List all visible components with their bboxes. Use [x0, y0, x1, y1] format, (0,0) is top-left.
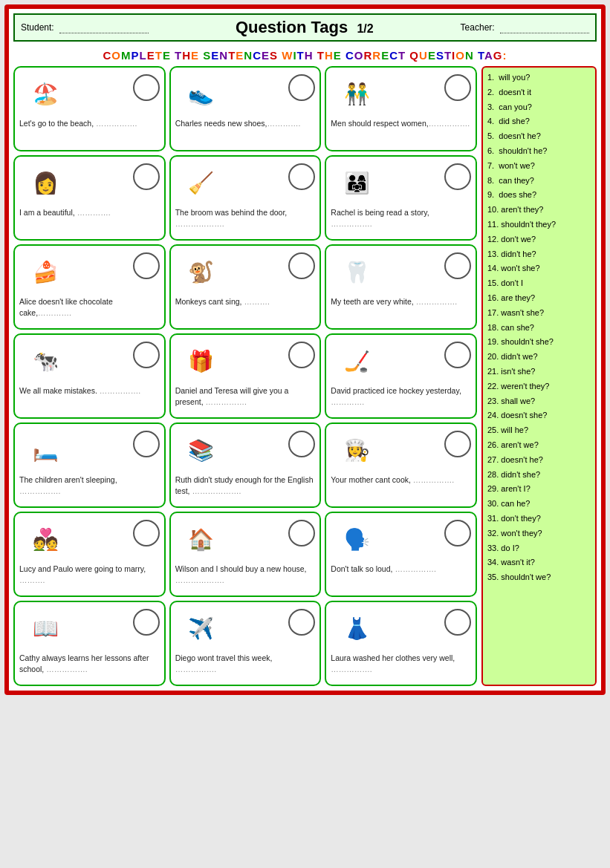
instruction-bar: COMPLETE THE SENTENCES WITH THE CORRECT … [13, 46, 597, 66]
card-17-circle[interactable] [288, 520, 315, 546]
card-15-circle[interactable] [444, 431, 471, 457]
card-13-text: The children aren't sleeping, ……………. [19, 474, 160, 496]
card-1-icon: 🏖️ [19, 71, 71, 116]
card-16: 💑 Lucy and Paulo were going to marry, ……… [13, 512, 166, 597]
card-14: 📚 Ruth didn't study enough for the Engli… [169, 422, 322, 508]
card-16-circle[interactable] [133, 520, 160, 546]
card-5-circle[interactable] [288, 163, 315, 190]
title-section: Question Tags 1/2 [236, 18, 374, 37]
card-1-circle[interactable] [133, 74, 160, 101]
card-19: 📖 Cathy always learns her lessons after … [13, 601, 166, 686]
card-20-text: Diego wont travel this week, ……………. [175, 653, 316, 674]
answer-22: 22. weren't they? [487, 379, 591, 394]
card-7-circle[interactable] [133, 252, 160, 279]
answer-6: 6. shouldn't he? [487, 144, 591, 159]
card-11-text: Daniel and Teresa will give you a presen… [175, 385, 316, 407]
card-6-top: 👨‍👩‍👧 [331, 160, 471, 205]
instr-w4: H [305, 49, 314, 62]
answer-32: 32. won't they? [487, 526, 591, 541]
teacher-dotline [500, 22, 589, 33]
instr-q2: U [419, 49, 428, 62]
answer-30: 30. can he? [487, 497, 591, 512]
instr-s1: S [203, 49, 211, 62]
instr-c8: E [163, 49, 171, 62]
card-10: 🐄 We all make mistakes. ……………. [13, 333, 166, 419]
answer-1: 1. will you? [487, 71, 591, 85]
answer-25: 25. will he? [487, 423, 591, 438]
instr-s9: S [270, 49, 278, 62]
answer-21: 21. isn't she? [487, 365, 591, 379]
card-21-circle[interactable] [444, 609, 471, 636]
card-14-circle[interactable] [288, 431, 315, 457]
instr-cor3: R [363, 49, 372, 62]
card-13-circle[interactable] [133, 431, 160, 457]
card-19-circle[interactable] [133, 609, 160, 636]
instr-q4: S [436, 49, 444, 62]
instr-q5: T [444, 49, 452, 62]
answer-14: 14. won't she? [487, 261, 591, 276]
card-9-circle[interactable] [444, 252, 471, 279]
card-4-circle[interactable] [133, 163, 160, 190]
instr-w3: T [297, 49, 305, 62]
teacher-label: Teacher: [461, 22, 495, 33]
card-2-circle[interactable] [288, 74, 315, 101]
card-10-circle[interactable] [133, 342, 160, 368]
answer-3: 3. can you? [487, 100, 591, 115]
card-15-text: Your mother cant cook, ……………. [331, 474, 454, 486]
card-8-circle[interactable] [288, 252, 315, 279]
answer-5: 5. doesn't he? [487, 129, 591, 144]
card-8-text: Monkeys cant sing, ………. [175, 296, 270, 307]
card-6-circle[interactable] [444, 163, 471, 190]
card-12: 🏒 David practiced ice hockey yesterday, … [325, 333, 477, 419]
instr-s3: N [219, 49, 228, 62]
instr-q1: Q [409, 49, 419, 62]
instr-th3: E [334, 49, 342, 62]
instr-th2: H [325, 49, 334, 62]
answer-19: 19. shouldn't she? [487, 335, 591, 350]
answer-18: 18. can she? [487, 321, 591, 336]
card-15-icon: 👩‍🍳 [331, 428, 383, 472]
card-18-circle[interactable] [444, 520, 471, 546]
card-11-circle[interactable] [288, 342, 315, 368]
instr-c3: M [121, 49, 132, 62]
card-7-top: 🍰 [19, 249, 160, 294]
card-18-icon: 🗣️ [331, 517, 383, 561]
instr-cor2: O [354, 49, 364, 62]
answer-8: 8. can they? [487, 174, 591, 189]
card-21: 👗 Laura washed her clothes very well, ……… [325, 601, 477, 686]
card-1: 🏖️ Let's go to the beach, ……………. [13, 66, 166, 151]
card-20-top: ✈️ [175, 606, 316, 650]
instr-s5: E [236, 49, 244, 62]
instr-c6: E [147, 49, 155, 62]
instr-q3: E [428, 49, 436, 62]
title-text: Question Tags [236, 18, 348, 36]
instr-s4: T [228, 49, 236, 62]
card-10-text: We all make mistakes. ……………. [19, 385, 140, 397]
answer-34: 34. wasn't it? [487, 555, 591, 570]
card-8-top: 🐒 [175, 249, 316, 294]
outer-border: Student: Question Tags 1/2 Teacher: COMP… [4, 4, 606, 695]
card-20-circle[interactable] [288, 609, 315, 636]
card-6-icon: 👨‍👩‍👧 [331, 160, 383, 205]
card-3: 👬 Men should respect women,……………. [325, 66, 477, 151]
answer-24: 24. doesn't she? [487, 408, 591, 423]
student-dotline [59, 22, 149, 33]
card-18-text: Don't talk so loud, ……………. [331, 564, 435, 575]
card-9-top: 🦷 [331, 249, 471, 294]
card-12-circle[interactable] [444, 342, 471, 368]
card-2-top: 👟 [175, 71, 316, 116]
card-3-circle[interactable] [444, 74, 471, 101]
instr-c2: O [111, 49, 121, 62]
card-14-icon: 📚 [175, 428, 227, 472]
header-box: Student: Question Tags 1/2 Teacher: [13, 13, 597, 42]
card-18-top: 🗣️ [331, 517, 471, 561]
answer-28: 28. didn't she? [487, 468, 591, 483]
card-13-top: 🛏️ [19, 428, 160, 472]
card-1-top: 🏖️ [19, 71, 160, 116]
instr-tg2: A [484, 49, 493, 62]
card-14-top: 📚 [175, 428, 316, 472]
card-20-icon: ✈️ [175, 606, 227, 650]
card-8: 🐒 Monkeys cant sing, ………. [169, 244, 322, 330]
card-11-icon: 🎁 [175, 339, 227, 383]
card-7: 🍰 Alice doesn't like chocolate cake,…………… [13, 244, 166, 330]
